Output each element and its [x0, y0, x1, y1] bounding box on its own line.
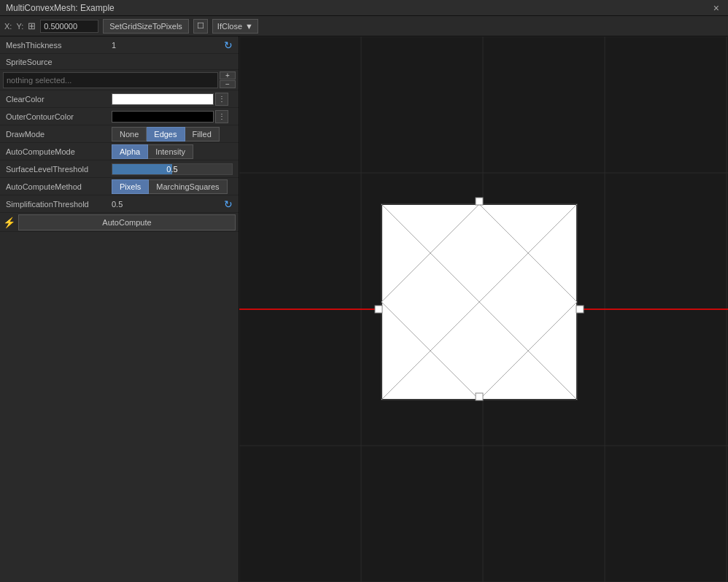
simplification-row: SimplificationThreshold 0.5 ↻: [0, 195, 239, 213]
surface-level-label: SurfaceLevelThreshold: [6, 165, 112, 174]
auto-compute-alpha-btn[interactable]: Alpha: [112, 144, 148, 159]
simplification-value: 0.5: [112, 200, 224, 209]
autocompute-btn[interactable]: AutoCompute: [18, 214, 236, 230]
viewport-svg: [239, 36, 728, 582]
clear-color-label: ClearColor: [6, 95, 112, 104]
auto-compute-intensity-btn[interactable]: Intensity: [148, 144, 193, 159]
autocompute-row: ⚡ AutoCompute: [0, 213, 239, 232]
mesh-thickness-row: MeshThickness 1 ↻: [0, 36, 239, 54]
surface-level-slider[interactable]: 0.5: [112, 163, 233, 175]
clear-color-pick-btn[interactable]: ⋮: [215, 93, 228, 106]
outer-contour-row: OuterContourColor ⋮: [0, 108, 239, 125]
svg-rect-21: [476, 393, 483, 400]
top-toolbar: X: Y: ⊞ SetGridSizeToPixels ☐ IfClose ▼: [0, 16, 728, 36]
title-bar: MultiConvexMesh: Example ×: [0, 0, 728, 16]
draw-mode-filled-btn[interactable]: Filled: [185, 127, 220, 141]
draw-mode-none-btn[interactable]: None: [112, 127, 147, 141]
lightning-icon: ⚡: [3, 217, 15, 228]
sprite-source-buttons: + −: [220, 71, 236, 88]
simplification-refresh-icon[interactable]: ↻: [224, 198, 233, 210]
sprite-source-remove-btn[interactable]: −: [220, 80, 236, 88]
sprite-source-add-btn[interactable]: +: [220, 71, 236, 79]
svg-rect-18: [476, 198, 483, 205]
draw-mode-row: DrawMode None Edges Filled: [0, 125, 239, 143]
svg-rect-20: [576, 306, 584, 313]
mesh-thickness-refresh-icon[interactable]: ↻: [224, 39, 233, 51]
sprite-source-label: SpriteSource: [6, 58, 112, 66]
draw-mode-label: DrawMode: [6, 130, 112, 139]
main-layout: MeshThickness 1 ↻ SpriteSource nothing s…: [0, 36, 728, 582]
left-panel: MeshThickness 1 ↻ SpriteSource nothing s…: [0, 36, 239, 582]
auto-compute-method-row: AutoComputeMethod Pixels MarchingSquares: [0, 178, 239, 195]
svg-rect-19: [375, 306, 382, 313]
checkbox-icon: ☐: [193, 19, 208, 34]
auto-compute-mode-label: AutoComputeMode: [6, 147, 112, 156]
mesh-thickness-label: MeshThickness: [6, 41, 112, 50]
sprite-source-select[interactable]: nothing selected...: [3, 72, 218, 88]
set-grid-btn[interactable]: SetGridSizeToPixels: [103, 19, 189, 34]
sprite-source-select-row: nothing selected... + −: [0, 70, 239, 90]
canvas-area[interactable]: [239, 36, 728, 582]
x-label: X:: [4, 22, 12, 31]
grid-icon: ⊞: [28, 20, 36, 31]
if-close-btn[interactable]: IfClose ▼: [212, 19, 258, 34]
mesh-thickness-value: 1: [112, 41, 224, 50]
clear-color-swatch[interactable]: [112, 93, 214, 105]
auto-compute-method-label: AutoComputeMethod: [6, 182, 112, 191]
auto-compute-mode-row: AutoComputeMode Alpha Intensity: [0, 143, 239, 160]
if-close-label: IfClose: [217, 22, 242, 31]
outer-contour-pick-btn[interactable]: ⋮: [215, 110, 228, 123]
close-button[interactable]: ×: [710, 2, 722, 14]
grid-value-input[interactable]: [40, 20, 98, 33]
auto-compute-method-group: Pixels MarchingSquares: [112, 179, 228, 194]
surface-level-value: 0.5: [112, 165, 232, 174]
draw-mode-edges-btn[interactable]: Edges: [147, 127, 185, 141]
y-label: Y:: [16, 22, 23, 31]
auto-compute-mode-group: Alpha Intensity: [112, 144, 193, 159]
outer-contour-swatch[interactable]: [112, 111, 214, 123]
window-title: MultiConvexMesh: Example: [6, 3, 115, 13]
surface-level-row: SurfaceLevelThreshold 0.5: [0, 160, 239, 178]
sprite-source-label-row: SpriteSource: [0, 54, 239, 70]
draw-mode-group: None Edges Filled: [112, 127, 220, 141]
marching-squares-btn[interactable]: MarchingSquares: [149, 179, 227, 194]
clear-color-row: ClearColor ⋮: [0, 90, 239, 108]
dropdown-arrow-icon: ▼: [245, 22, 253, 31]
simplification-label: SimplificationThreshold: [6, 200, 112, 209]
pixels-btn[interactable]: Pixels: [112, 179, 149, 194]
outer-contour-label: OuterContourColor: [6, 112, 112, 121]
